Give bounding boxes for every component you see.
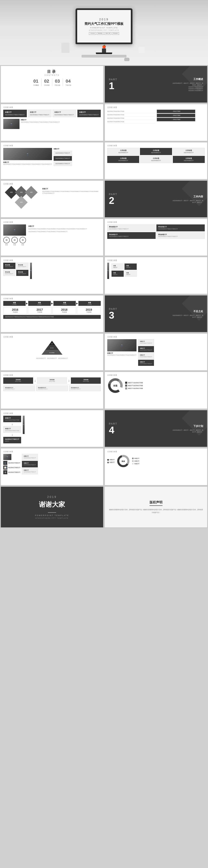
- legend1: 标题文字 此处添加文字描述: [125, 382, 205, 384]
- s19b3d: 描述文字: [5, 440, 19, 442]
- s19b2t: 标题文字: [5, 428, 19, 430]
- fr1b2: 流程标题 添加文字描述: [37, 377, 67, 384]
- diamond3: 标题: [25, 186, 38, 199]
- af2-text: 文字描述: [30, 304, 49, 305]
- hero-title: 简约大气工作汇报PPT模板: [84, 22, 123, 26]
- g3: 分类标题 此处添加描述文字: [173, 148, 205, 155]
- s19b3t: 此处添加文字描述文字: [5, 438, 19, 440]
- circle1-label: 标题: [5, 244, 8, 246]
- stat2-label: 年份标题: [29, 311, 50, 313]
- slide15-labels: 此处添加描述文字 此处添加描述文字 此处添加描述文字: [3, 358, 101, 359]
- diamond4: 标题: [14, 196, 28, 209]
- toc-num-2: 02: [44, 79, 49, 84]
- slide9-desc: 此处添加描述文字此处添加描述文字此处添加描述文字此处添加描述文字此处添加描述文字…: [28, 228, 87, 230]
- s12b1t: 标题: [113, 265, 122, 267]
- s16b3t: 标题文字: [140, 354, 152, 356]
- af2: 标题 文字描述: [28, 301, 50, 306]
- box2-text: 此处添加描述文字描述文字描述文字: [30, 114, 50, 116]
- tag-2: 商务报告: [97, 32, 104, 35]
- slide3-desc: 此处添加描述文字此处添加描述文字此处添加描述文字此处添加描述文字: [21, 121, 101, 123]
- slide3-subtitle: 标题文字: [21, 119, 101, 121]
- af4-title: 标题: [80, 302, 100, 304]
- fr1b1t: 流程标题: [5, 379, 31, 381]
- slide-toc: 目录 CONTENTS 01 工作概述 02 工作内容 03 不足之处 04 下…: [1, 66, 103, 102]
- slide3-bottom: 📷 标题文字 此处添加描述文字此处添加描述文字此处添加描述文字此处添加描述文字: [3, 119, 101, 129]
- s22-label1: 标题文字: [107, 459, 114, 461]
- slide22-left-labels: 标题文字 标题文字: [107, 459, 114, 463]
- s21i3: ⚙ 此处添加文字描述文字: [3, 470, 20, 474]
- thankyou-line: [48, 512, 56, 513]
- s16b2: 标题文字 此处添加描述文字描述文字: [138, 346, 154, 352]
- slide10-label: 点击输入标题: [107, 221, 205, 223]
- slide4-flow: → 添加文字描述 → 添加文字描述 → 添加文字描述: [157, 110, 205, 121]
- s19b2: 标题文字 此处添加描述文字描述文字描述: [3, 426, 21, 433]
- g1-text: 此处添加描述文字: [109, 152, 137, 154]
- box3-text: 此处添加描述文字描述文字描述文字: [55, 114, 74, 116]
- slide17-label: 点击输入标题: [3, 374, 101, 376]
- flow-box-1: → 添加文字描述: [157, 110, 195, 113]
- toc-label-2: 工作内容: [44, 84, 49, 86]
- line-item-3: 此处添加文字此处添加文字此处: [107, 117, 155, 120]
- af3-text: 文字描述: [55, 304, 74, 305]
- g6-title: 分类标题: [175, 157, 203, 160]
- fr1b3d: 添加文字描述: [73, 381, 99, 382]
- part1-desc: 此处添加描述文字，描述文字，描述文字，描述文字，描述文字，描述文字。: [173, 82, 203, 86]
- slide3-img: 📷: [3, 119, 20, 129]
- badge3: ⚙: [3, 470, 7, 474]
- slide21-icons: 🛒 此处添加文字描述文字 📊 此处添加文字描述文字 ⚙ 此处添加文字描述文字: [3, 461, 20, 474]
- slide-5: 点击输入标题 📷 标题文字 此处添加描述文字此处添加描述文字此处添加描述文字此处…: [1, 143, 103, 179]
- part2-right: 工作内容 此处添加描述文字，描述文字，描述文字，描述文字，描述文字，描述文字。: [173, 194, 203, 204]
- slide18-label: 点击输入标题: [107, 374, 205, 376]
- s22-text5: 标题文字: [135, 463, 139, 465]
- s12b3d: 描述文字: [113, 274, 122, 276]
- part3-desc: 此处添加描述文字，描述文字，描述文字，描述文字，描述文字，描述文字。: [173, 315, 203, 318]
- flow-row1: 流程标题 添加文字描述 ↓ 流程标题 添加文字描述 ↓ 流程标题 添加文字描述: [3, 377, 101, 384]
- s16b3: 标题文字 此处添加描述文字描述文字: [138, 353, 154, 359]
- slide15-label: 点击输入标题: [3, 336, 101, 338]
- toc-num-3: 03: [55, 79, 60, 84]
- g5-text: 此处添加描述文字: [142, 160, 170, 161]
- g2-text: 此处添加描述文字: [142, 152, 170, 154]
- slide21-right: 标题文字 此处添加描述文字描述文字 标题文字 此处添加描述文字描述文字 标题文字…: [22, 454, 38, 474]
- part4-desc: 此处添加描述文字，描述文字，描述文字，描述文字，描述文字，描述文字。: [173, 429, 203, 433]
- part2-content: PART 2: [109, 193, 117, 206]
- rbox2: 此处添加描述文字描述文字: [54, 156, 72, 161]
- slide13-footer-box: 此处添加总结文字描述此处添加总结文字描述此处添加总结文字描述此处添加总结文字描述: [3, 315, 101, 319]
- s22-text3: 标题文字: [135, 458, 139, 459]
- stat4-label: 年份标题: [78, 311, 100, 313]
- g5-title: 分类标题: [142, 157, 170, 160]
- g4-text: 此处添加描述文字: [109, 160, 137, 161]
- toc-divider-2: [52, 79, 52, 86]
- s21b2t: 标题文字: [24, 462, 36, 464]
- slide-15: 点击输入标题 第三层标题 第二层 顶层 此处添加描述文字 此处添加描述文字 此处…: [1, 334, 103, 370]
- s16b2t: 标题文字: [140, 347, 152, 349]
- s21b1d: 此处添加描述文字描述文字: [24, 457, 36, 459]
- legend3-text: 标题文字 此处添加文字描述: [128, 388, 143, 390]
- monitor: 2019 简约大气工作汇报PPT模板 POWERPOINT TEMPLATE A…: [76, 8, 132, 61]
- part4-number: 4: [109, 425, 117, 435]
- slide11-row2: 黑色标题 描述文字描述文字 黑色标题 描述文字描述文字: [3, 270, 28, 276]
- s21b2: 标题文字 此处添加描述文字描述文字: [22, 461, 38, 467]
- s16b1: 标题文字 此处添加描述文字描述文字: [138, 339, 154, 345]
- s19b3: 此处添加文字描述文字 描述文字: [3, 437, 21, 443]
- slide4-left: 此处添加文字此处添加文字此处 此处添加文字此处添加文字此处 此处添加文字此处添加…: [107, 110, 155, 124]
- s21b1t: 标题文字: [24, 455, 36, 457]
- slide-part3: PART 3 不足之处 此处添加描述文字，描述文字，描述文字，描述文字，描述文字…: [105, 296, 207, 332]
- img-label: 📷: [10, 123, 12, 125]
- slide9-content: 📷 ⚙ 标题 ⚙ 标题 ⚙ 标题 标题文字: [3, 224, 101, 247]
- slide19-img: 📷: [23, 416, 25, 434]
- chart-center-text: 标题: [113, 384, 117, 387]
- slide13-flow: 标题 文字描述 ▶ 标题 文字描述 ▶ 标题 文字描述 ▶ 标题 文字描述: [3, 301, 101, 306]
- part4-cn: 下步计划: [173, 424, 203, 429]
- toc-item-1: 01 工作概述: [33, 79, 39, 86]
- part2-number: 2: [109, 196, 117, 206]
- s10b4: 黑色标题文字 此处添加描述文字描述文字描述文字: [157, 232, 205, 239]
- s16b2d: 此处添加描述文字描述文字: [140, 349, 152, 351]
- s21b1: 标题文字 此处添加描述文字描述文字: [22, 454, 38, 460]
- toc-title-cn: 目录: [47, 69, 57, 74]
- slide11-label: 点击输入标题: [3, 259, 101, 261]
- slides-grid: 目录 CONTENTS 01 工作概述 02 工作内容 03 不足之处 04 下…: [0, 65, 208, 528]
- s22-label2: 标题文字: [107, 462, 114, 463]
- decor-book: [139, 47, 145, 53]
- slide-19: 点击输入标题 标题文字 此处添加描述文字描述文字描述 ↓ 标题文字 此处添加描述…: [1, 410, 103, 447]
